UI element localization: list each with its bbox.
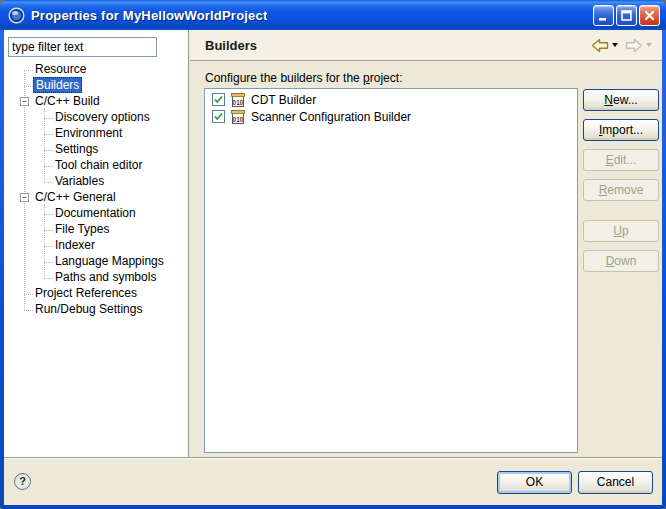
titlebar[interactable]: Properties for MyHellowWorldProject [0, 0, 666, 30]
dialog-footer: ? OK Cancel [4, 457, 662, 505]
page-title: Builders [205, 38, 257, 53]
sidebar-item-resource[interactable]: Resource [4, 62, 188, 78]
checkbox-checked-icon[interactable] [212, 93, 225, 106]
sidebar-item-cpp-build[interactable]: C/C++ Build [4, 94, 188, 110]
sidebar-item-tool-chain-editor[interactable]: Tool chain editor [4, 158, 188, 174]
collapse-minus-icon[interactable] [20, 97, 29, 106]
maximize-button[interactable] [616, 5, 637, 26]
svg-text:010: 010 [233, 99, 244, 106]
checkbox-checked-icon[interactable] [212, 110, 225, 123]
sidebar-item-discovery-options[interactable]: Discovery options [4, 110, 188, 126]
forward-arrow-icon [625, 38, 643, 53]
eclipse-window-icon [8, 7, 25, 24]
minimize-icon [597, 9, 610, 22]
filter-input[interactable] [8, 37, 157, 57]
builder-row-scanner[interactable]: 010 Scanner Configuration Builder [205, 108, 577, 125]
collapse-minus-icon[interactable] [20, 193, 29, 202]
remove-button[interactable]: Remove [583, 179, 659, 201]
minimize-button[interactable] [593, 5, 614, 26]
builder-label: CDT Builder [251, 93, 316, 107]
sidebar-item-indexer[interactable]: Indexer [4, 238, 188, 254]
sidebar-item-file-types[interactable]: File Types [4, 222, 188, 238]
sidebar-item-language-mappings[interactable]: Language Mappings [4, 254, 188, 270]
configure-builders-label: Configure the builders for the project: [205, 71, 402, 85]
sidebar-item-documentation[interactable]: Documentation [4, 206, 188, 222]
close-button[interactable] [639, 5, 660, 26]
window-title: Properties for MyHellowWorldProject [31, 8, 267, 23]
back-dropdown-icon[interactable] [612, 43, 618, 47]
new-button[interactable]: New... [583, 89, 659, 111]
edit-button[interactable]: Edit... [583, 149, 659, 171]
close-icon [643, 9, 656, 22]
sidebar-item-cpp-general[interactable]: C/C++ General [4, 190, 188, 206]
properties-dialog: Properties for MyHellowWorldProject Reso… [0, 0, 666, 509]
builder-icon: 010 [230, 109, 246, 125]
sidebar-item-project-references[interactable]: Project References [4, 286, 188, 302]
help-button[interactable]: ? [14, 473, 31, 490]
builders-page: Builders Configu [190, 30, 662, 457]
up-button[interactable]: Up [583, 220, 659, 242]
dialog-body: Resource Builders C/C++ Build Discovery … [4, 30, 662, 505]
page-header: Builders [190, 30, 662, 61]
builder-row-cdt[interactable]: 010 CDT Builder [205, 91, 577, 108]
properties-tree: Resource Builders C/C++ Build Discovery … [4, 62, 188, 318]
builder-icon: 010 [230, 92, 246, 108]
builder-actions: New... Import... Edit... Remove Up Down [583, 89, 659, 280]
sidebar-item-environment[interactable]: Environment [4, 126, 188, 142]
maximize-icon [620, 9, 633, 22]
sidebar-item-paths-and-symbols[interactable]: Paths and symbols [4, 270, 188, 286]
ok-button[interactable]: OK [497, 471, 572, 494]
import-button[interactable]: Import... [583, 119, 659, 141]
svg-text:010: 010 [233, 116, 244, 123]
sidebar-item-run-debug-settings[interactable]: Run/Debug Settings [4, 302, 188, 318]
sidebar-item-builders[interactable]: Builders [4, 78, 188, 94]
down-button[interactable]: Down [583, 250, 659, 272]
builders-list[interactable]: 010 CDT Builder 010 Scanner Configuratio… [204, 88, 578, 453]
builder-label: Scanner Configuration Builder [251, 110, 411, 124]
question-mark-icon: ? [19, 475, 26, 487]
cancel-button[interactable]: Cancel [578, 471, 653, 494]
sidebar-item-variables[interactable]: Variables [4, 174, 188, 190]
back-arrow-icon [591, 38, 609, 53]
forward-button[interactable] [623, 37, 654, 54]
properties-sidebar: Resource Builders C/C++ Build Discovery … [4, 30, 189, 457]
sidebar-item-settings[interactable]: Settings [4, 142, 188, 158]
back-button[interactable] [589, 37, 620, 54]
forward-dropdown-icon[interactable] [646, 43, 652, 47]
